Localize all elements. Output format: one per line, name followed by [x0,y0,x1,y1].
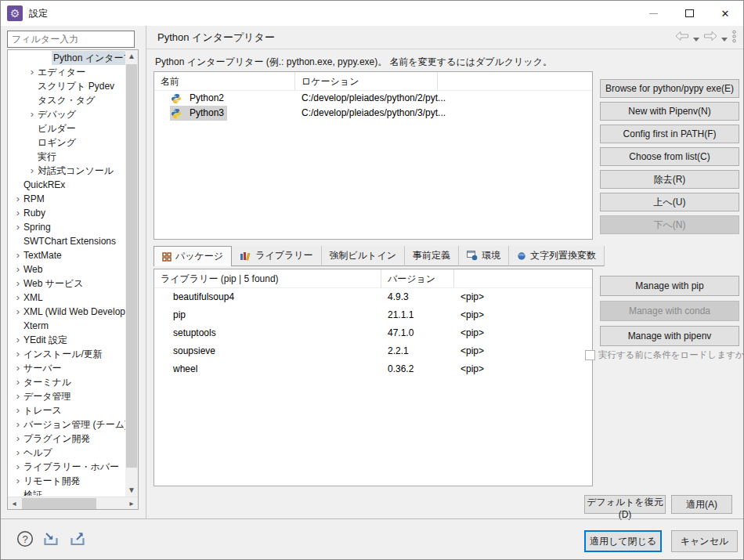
column-header-library[interactable]: ライブラリー (pip | 5 found) [154,269,381,287]
tree-item[interactable]: ›対話式コンソール [8,164,126,178]
tree-item[interactable]: ›Web サービス [8,276,126,291]
view-menu-icon[interactable] [731,30,737,46]
manage-button[interactable]: Manage with pip [600,276,739,296]
tree-item[interactable]: ›データ管理 [8,389,126,403]
tree-item[interactable]: スクリプト Pydev [8,79,126,93]
tree-item[interactable]: ›ライブラリー・ホバー [8,460,126,474]
interpreter-action-button[interactable]: 除去(R) [600,170,739,189]
tree-item[interactable]: ›インストール/更新 [8,347,126,361]
interpreter-action-button[interactable]: 上へ(U) [600,193,739,211]
back-arrow-icon[interactable] [675,31,689,45]
scroll-up-icon[interactable]: ▲ [125,50,138,63]
tree-item[interactable]: ›プラグイン開発 [8,432,126,446]
cancel-button[interactable]: キャンセル [671,530,738,552]
tree-item[interactable]: 実行 [8,150,126,164]
manage-button[interactable]: Manage with pipenv [600,326,739,346]
tree-item[interactable]: ›バージョン管理 (チーム) [8,417,126,432]
tree-item[interactable]: ロギング [8,135,126,150]
restore-defaults-button[interactable]: デフォルトを復元(D) [584,495,666,514]
apply-and-close-button[interactable]: 適用して閉じる [584,530,662,552]
tree-item[interactable]: QuickREx [8,178,126,192]
tree-horizontal-scrollbar[interactable]: ◂ ▸ [8,497,138,509]
tree-item[interactable]: Python インタープリタ [8,51,126,65]
expand-chevron-icon[interactable]: › [13,192,23,206]
tab-inactive[interactable]: 環境 [459,246,509,266]
column-header-location[interactable]: ロケーション [295,72,438,90]
close-button[interactable]: ✕ [707,1,743,26]
expand-chevron-icon[interactable]: › [13,333,23,347]
tree-item[interactable]: ›Web [8,262,126,276]
tab-inactive[interactable]: 文字列置換変数 [509,246,605,266]
checkbox-icon[interactable] [585,350,595,360]
forward-arrow-icon[interactable] [703,31,717,45]
tree-item[interactable]: 検証 [8,488,126,496]
expand-chevron-icon[interactable]: › [13,446,23,460]
expand-chevron-icon[interactable]: › [13,206,23,220]
expand-chevron-icon[interactable]: › [13,220,23,234]
package-row[interactable]: pip21.1.1<pip> [154,306,592,324]
tree-item[interactable]: ›Ruby [8,206,126,220]
tree-item[interactable]: タスク・タグ [8,93,126,107]
interpreter-action-button[interactable]: Config first in PATH(F) [600,125,739,143]
export-preferences-icon[interactable] [68,531,87,551]
tree-item[interactable]: ›サーバー [8,361,126,375]
expand-chevron-icon[interactable]: › [13,291,23,305]
tree-item[interactable]: ›トレース [8,403,126,417]
tab-active[interactable]: パッケージ [153,246,232,266]
package-row[interactable]: setuptools47.1.0<pip> [154,324,592,342]
expand-chevron-icon[interactable]: › [13,361,23,375]
tree-item[interactable]: ›Spring [8,220,126,234]
expand-chevron-icon[interactable]: › [13,347,23,361]
expand-chevron-icon[interactable]: › [27,107,38,121]
expand-chevron-icon[interactable]: › [13,305,23,319]
expand-chevron-icon[interactable]: › [27,164,38,178]
tree-item[interactable]: ›ターミナル [8,375,126,389]
tree-item[interactable]: SWTChart Extensions [8,234,126,248]
interpreter-action-button[interactable]: Browse for python/pypy exe(E) [600,79,739,98]
expand-chevron-icon[interactable]: › [13,276,23,291]
expand-chevron-icon[interactable]: › [13,389,23,403]
expand-chevron-icon[interactable]: › [13,375,23,389]
expand-chevron-icon[interactable]: › [13,248,23,262]
expand-chevron-icon[interactable]: › [13,417,23,432]
expand-chevron-icon[interactable]: › [13,262,23,276]
column-header-version[interactable]: バージョン [381,269,454,287]
tree-item[interactable]: Xterm [8,319,126,333]
interpreter-action-button[interactable]: New with Pipenv(N) [600,102,739,121]
tree-vertical-scrollbar[interactable]: ▲ ▼ [125,50,138,497]
tree-item[interactable]: ›TextMate [8,248,126,262]
expand-chevron-icon[interactable]: › [13,474,23,488]
expand-chevron-icon[interactable]: › [13,403,23,417]
expand-chevron-icon[interactable]: › [27,65,38,79]
tree-item[interactable]: ビルダー [8,121,126,135]
tree-item[interactable]: ›XML (Wild Web Develop [8,305,126,319]
load-conditions-checkbox-row[interactable]: 実行する前に条件をロードしますか? [585,349,742,360]
expand-chevron-icon[interactable]: › [13,460,23,474]
tree-item[interactable]: ›XML [8,291,126,305]
tree-item[interactable]: ›デバッグ [8,107,126,121]
scroll-down-icon[interactable]: ▼ [125,484,138,497]
help-icon[interactable]: ? [16,530,34,551]
maximize-button[interactable] [671,1,707,26]
back-dropdown-icon[interactable] [693,31,699,45]
tab-inactive[interactable]: 事前定義 [405,246,459,266]
interpreter-row[interactable]: Python2C:/develop/pleiades/python/2/pyt.… [154,91,592,106]
tab-inactive[interactable]: ライブラリー [232,246,321,266]
apply-button[interactable]: 適用(A) [671,495,732,514]
tree-item[interactable]: ›ヘルプ [8,446,126,460]
minimize-button[interactable] [635,1,671,26]
tree-item[interactable]: ›RPM [8,192,126,206]
tree-item[interactable]: ›エディター [8,65,126,79]
tab-inactive[interactable]: 強制ビルトイン [322,246,405,266]
tree-item[interactable]: ›YEdit 設定 [8,333,126,347]
tree-horizontal-scrollbar-thumb[interactable] [22,498,96,509]
interpreter-action-button[interactable]: Choose from list(C) [600,147,739,166]
tree-item[interactable]: ›リモート開発 [8,474,126,488]
expand-chevron-icon[interactable]: › [13,432,23,446]
scroll-right-icon[interactable]: ▸ [125,497,138,510]
package-row[interactable]: beautifulsoup44.9.3<pip> [154,288,592,306]
forward-dropdown-icon[interactable] [721,31,728,45]
package-row[interactable]: soupsieve2.2.1<pip> [154,342,592,360]
scroll-left-icon[interactable]: ◂ [8,497,20,510]
filter-input[interactable] [7,31,135,48]
